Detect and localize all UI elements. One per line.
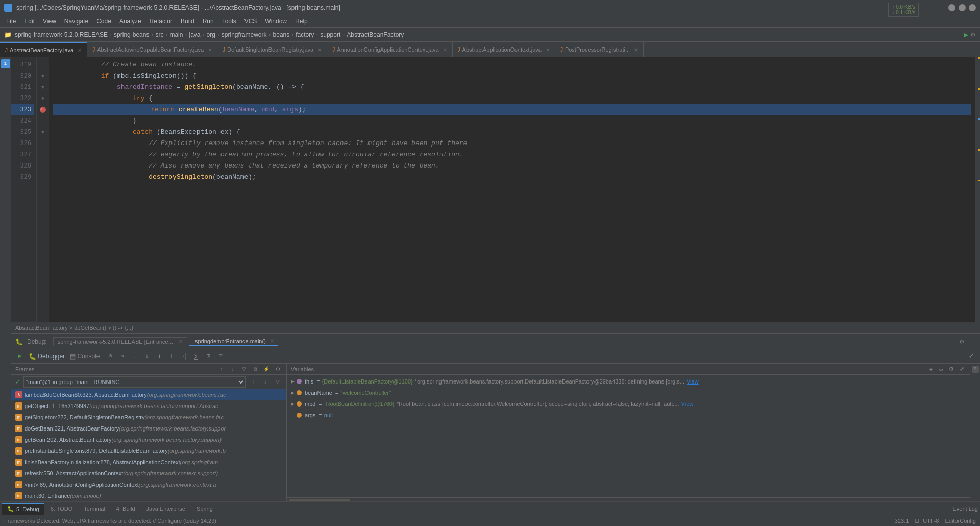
thread-dropdown[interactable]: "main"@1 in group "main": RUNNING xyxy=(23,376,246,388)
maximize-button[interactable] xyxy=(959,4,966,11)
force-step-into-button[interactable]: ↡ xyxy=(154,351,165,362)
breadcrumb-java[interactable]: java xyxy=(189,31,200,38)
debugger-tab[interactable]: 🐛 Debugger xyxy=(27,353,67,360)
scrollbar-thumb[interactable] xyxy=(289,499,350,501)
tab-close2[interactable]: ✕ xyxy=(208,47,212,53)
run-icon[interactable]: ▶ xyxy=(964,31,968,38)
breadcrumb-main[interactable]: main xyxy=(169,31,183,38)
resume-button[interactable]: ▶ xyxy=(14,351,26,362)
structure-icon[interactable]: S xyxy=(972,366,979,373)
frames-get-thread-dump[interactable]: ⚡ xyxy=(262,365,271,374)
var-expand-this[interactable]: ▶ xyxy=(291,379,295,384)
show-execution-point-button[interactable]: ⊙ xyxy=(105,351,116,362)
step-over-button[interactable]: ↷ xyxy=(117,351,128,362)
frame-item-4[interactable]: m getBean:202, AbstractBeanFactory (org.… xyxy=(11,434,286,445)
close-button[interactable] xyxy=(969,4,976,11)
sidebar-project-icon[interactable]: 1 xyxy=(1,59,10,68)
var-infinite-loop-btn[interactable]: ∞ xyxy=(937,365,945,373)
breakpoint-323[interactable] xyxy=(40,107,46,113)
thread-nav-up[interactable]: ↑ xyxy=(249,377,258,387)
var-expand-mbd[interactable]: ▶ xyxy=(291,401,295,407)
bottom-tab-java-enterprise[interactable]: Java Enterprise xyxy=(141,503,190,515)
var-row-beanname[interactable]: ▶ beanName = "welcomeController" xyxy=(287,387,970,398)
breadcrumb-class[interactable]: AbstractBeanFactory xyxy=(347,31,404,38)
tab-defaultsingleton[interactable]: J DefaultSingletonBeanRegistry.java ✕ xyxy=(217,42,327,57)
code-content[interactable]: // Create bean instance. if (mbd.isSingl… xyxy=(49,57,975,322)
var-add-watch-btn[interactable]: + xyxy=(927,365,935,373)
debug-session-tab-2[interactable]: :springdemo:Entrance.main() ✕ xyxy=(189,337,278,346)
event-log-link[interactable]: Event Log xyxy=(952,506,978,512)
breadcrumb-project[interactable]: spring-framework-5.2.0.RELEASE xyxy=(15,31,108,38)
fold-321[interactable]: ▼ xyxy=(41,85,44,90)
frame-item-6[interactable]: m finishBeanFactoryInitialization:878, A… xyxy=(11,457,286,468)
breadcrumb-factory[interactable]: factory xyxy=(296,31,314,38)
breadcrumb-beans[interactable]: beans xyxy=(273,31,290,38)
menu-vcs[interactable]: VCS xyxy=(240,17,261,26)
frame-item-8[interactable]: m <init>:89, AnnotationConfigApplication… xyxy=(11,479,286,490)
menu-tools[interactable]: Tools xyxy=(218,17,240,26)
fold-320[interactable]: ▼ xyxy=(41,74,44,79)
menu-view[interactable]: View xyxy=(39,17,60,26)
step-out-button[interactable]: ↑ xyxy=(166,351,177,362)
var-view-link-mbd[interactable]: View xyxy=(681,401,694,407)
bottom-tab-spring[interactable]: Spring xyxy=(191,503,218,515)
settings-button[interactable]: ≡ xyxy=(215,351,226,362)
variables-scrollbar[interactable] xyxy=(287,497,970,501)
frame-item-2[interactable]: m getSingleton:222, DefaultSingletonBean… xyxy=(11,412,286,423)
frame-item-1[interactable]: m getObject:-1, 1652149987 (org.springfr… xyxy=(11,400,286,412)
tab-abstractappcontext[interactable]: J AbstractApplicationContext.java ✕ xyxy=(453,42,555,57)
tab-close4[interactable]: ✕ xyxy=(443,47,447,53)
breadcrumb-org[interactable]: org xyxy=(206,31,215,38)
evaluate-button[interactable]: ∑ xyxy=(190,351,202,362)
var-row-this[interactable]: ▶ this = {DefaultListableBeanFactory@110… xyxy=(287,376,970,387)
bottom-tab-todo[interactable]: 6: TODO xyxy=(45,503,78,515)
debug-settings-icon[interactable]: ⚙ xyxy=(959,338,965,345)
menu-help[interactable]: Help xyxy=(291,17,312,26)
menu-code[interactable]: Code xyxy=(92,17,115,26)
menu-analyze[interactable]: Analyze xyxy=(115,17,145,26)
frame-item-5[interactable]: m preInstantiateSingletons:879, DefaultL… xyxy=(11,445,286,457)
fold-322[interactable]: ▼ xyxy=(41,96,44,102)
frames-copy[interactable]: ⧉ xyxy=(251,365,260,374)
thread-nav-down[interactable]: ↓ xyxy=(261,377,270,387)
settings-icon[interactable]: ⚙ xyxy=(970,31,976,38)
tab-close3[interactable]: ✕ xyxy=(317,47,322,53)
var-layout-btn[interactable]: ⤢ xyxy=(958,365,966,373)
tab-close6[interactable]: ✕ xyxy=(634,47,638,53)
var-row-mbd[interactable]: ▶ mbd = {RootBeanDefinition@1760} *Root … xyxy=(287,398,970,410)
tab-abstractbeanfactory[interactable]: J AbstractBeanFactory.java ✕ xyxy=(0,42,87,57)
bottom-tab-build[interactable]: 4: Build xyxy=(111,503,140,515)
frames-nav-down[interactable]: ↓ xyxy=(228,365,237,374)
bottom-tab-debug[interactable]: 🐛 5: Debug xyxy=(2,503,44,515)
frame-item-7[interactable]: m refresh:550, AbstractApplicationContex… xyxy=(11,468,286,479)
thread-filter[interactable]: ▽ xyxy=(273,377,282,387)
var-row-args[interactable]: ▶ args = null xyxy=(287,410,970,421)
tab-abstractautowire[interactable]: J AbstractAutowireCapableBeanFactory.jav… xyxy=(87,42,217,57)
menu-refactor[interactable]: Refactor xyxy=(145,17,177,26)
debug-panel-close-icon[interactable]: — xyxy=(970,338,976,345)
console-tab[interactable]: ▤ Console xyxy=(68,353,102,360)
breadcrumb-support[interactable]: support xyxy=(320,31,340,38)
frame-item-9[interactable]: m main:30, Entrance (com.imooc) xyxy=(11,490,286,501)
debug-session-1-close[interactable]: ✕ xyxy=(179,339,183,344)
breadcrumb-module[interactable]: spring-beans xyxy=(114,31,149,38)
var-view-link-this[interactable]: View xyxy=(687,378,699,385)
frames-settings[interactable]: ⚙ xyxy=(273,365,282,374)
frame-item-3[interactable]: m doGetBean:321, AbstractBeanFactory (or… xyxy=(11,423,286,434)
var-expand-beanname[interactable]: ▶ xyxy=(291,390,295,395)
menu-window[interactable]: Window xyxy=(261,17,291,26)
step-into-button[interactable]: ↓ xyxy=(129,351,140,362)
tab-annotationconfig[interactable]: J AnnotationConfigApplicationContext.jav… xyxy=(327,42,452,57)
menu-edit[interactable]: Edit xyxy=(20,17,39,26)
menu-build[interactable]: Build xyxy=(177,17,199,26)
debug-session-2-close[interactable]: ✕ xyxy=(270,338,274,344)
debug-session-tab-1[interactable]: spring-framework-5.2.0.RELEASE [Entrance… xyxy=(53,337,187,346)
run-to-cursor-button[interactable]: →| xyxy=(178,351,189,362)
frames-layout-button[interactable]: ⊞ xyxy=(203,351,214,362)
tab-close-button[interactable]: ✕ xyxy=(78,47,82,53)
var-settings-btn[interactable]: ⚙ xyxy=(947,365,955,373)
breadcrumb-src[interactable]: src xyxy=(155,31,163,38)
fold-325[interactable]: ▼ xyxy=(41,130,44,135)
frames-filter[interactable]: ▽ xyxy=(239,365,249,374)
tab-close5[interactable]: ✕ xyxy=(546,47,550,53)
